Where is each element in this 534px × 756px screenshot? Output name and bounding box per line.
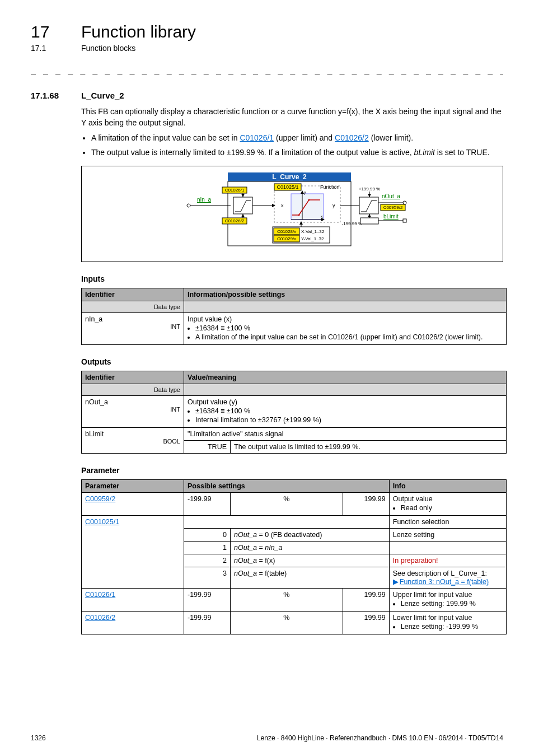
c00959-unit: %: [231, 493, 343, 516]
subsection-title: Function blocks: [81, 44, 135, 53]
bullet-1: A limitation of the input value can be s…: [91, 132, 503, 143]
diagram-y-label: y: [332, 203, 335, 208]
diagram-c01026-2: C01026/2: [225, 218, 245, 223]
link-function3[interactable]: Function 3: nOut_a = f(table): [400, 578, 489, 586]
output2-id: bLimit: [85, 430, 104, 438]
c01026-1-max: 199.99: [343, 589, 389, 612]
diagram-plot-y: y: [304, 190, 306, 195]
c00959-info-b1: Read only: [401, 504, 503, 512]
diagram-blimit: bLimit: [383, 213, 399, 220]
output1-b2: Internal limitation to ±32767 (±199.99 %…: [195, 416, 503, 424]
opt0-num: 0: [184, 529, 231, 542]
col-info-settings: Information/possible settings: [184, 288, 507, 301]
opt1-var: nOut_a: [234, 544, 257, 552]
c01026-2-min: -199.99: [184, 612, 231, 634]
intro-paragraph: This FB can optionally display a charact…: [81, 106, 503, 129]
input-desc-b2: A limitation of the input value can be s…: [195, 333, 503, 341]
diagram-x-label: x: [281, 203, 284, 208]
opt0-info: Lenze setting: [389, 529, 506, 542]
divider-dashes: _ _ _ _ _ _ _ _ _ _ _ _ _ _ _ _ _ _ _ _ …: [31, 65, 503, 75]
diagram-c01028: C01028/x: [277, 229, 296, 234]
bullet-2-blimit: bLimit: [414, 148, 435, 157]
opt1-rest: =: [257, 544, 265, 552]
bullet-1-mid: (upper limit) and: [274, 133, 335, 142]
c001025-info: Function selection: [389, 516, 506, 529]
opt0-var: nOut_a: [234, 531, 257, 539]
diagram-plus199: +199.99 %: [359, 186, 380, 192]
output1-id: nOut_a: [85, 398, 108, 406]
output1-line1: Output value (y): [188, 398, 237, 406]
col-identifier: Identifier: [82, 288, 184, 301]
input-row: nIn_a INT: [82, 313, 184, 345]
bullet-2: The output value is internally limited t…: [91, 147, 503, 158]
inputs-heading: Inputs: [81, 274, 503, 283]
c01026-1-unit: %: [231, 589, 343, 612]
svg-rect-4: [291, 194, 324, 220]
opt3-rest: = f(table): [257, 570, 287, 577]
input-desc-b1: ±16384 ≡ ±100 %: [195, 324, 503, 332]
link-param-c01026-1[interactable]: C01026/1: [85, 591, 115, 599]
opt3-var: nOut_a: [234, 570, 257, 577]
output2-true-text: The output value is limited to ±199.99 %…: [231, 441, 507, 454]
svg-rect-32: [360, 218, 378, 224]
block-diagram-svg: L_Curve_2 C01025/1 Function x y y x: [158, 169, 427, 259]
input-id: nIn_a: [85, 315, 102, 323]
input-dt: INT: [85, 323, 180, 330]
diagram-minus199: -199.99 %: [342, 221, 362, 226]
link-c001025-1[interactable]: C001025/1: [85, 518, 119, 526]
output2-dt: BOOL: [85, 438, 180, 445]
c01026-2-unit: %: [231, 612, 343, 634]
c01026-2-info-l1: Lower limit for input value: [393, 614, 472, 622]
diagram-yval: Y-Val_1..32: [301, 236, 324, 241]
c01026-2-max: 199.99: [343, 612, 389, 634]
chapter-title: Function library: [81, 22, 196, 41]
c00959-max: 199.99: [343, 493, 389, 516]
svg-point-35: [403, 201, 406, 204]
link-c01026-1[interactable]: C01026/1: [240, 133, 274, 142]
link-param-c01026-2[interactable]: C01026/2: [85, 614, 115, 622]
opt3-info-l1: See description of L_Curve_1:: [393, 570, 487, 577]
opt2-rest: = f(x): [257, 557, 275, 564]
diagram-c01025: C01025/1: [277, 184, 298, 190]
output-row-1: nOut_a INT: [82, 396, 184, 428]
col-parameter: Parameter: [82, 480, 184, 493]
bullet-1-pre: A limitation of the input value can be s…: [91, 133, 240, 142]
subsection-number: 17.1: [31, 44, 59, 53]
c00959-info-l1: Output value: [393, 495, 433, 503]
page-number: 1326: [31, 734, 46, 742]
opt1-num: 1: [184, 542, 231, 554]
inputs-table: Identifier Information/possible settings…: [81, 288, 507, 345]
output1-b1: ±16384 ≡ ±100 %: [195, 407, 503, 415]
link-c01026-2[interactable]: C01026/2: [335, 133, 369, 142]
opt2-var: nOut_a: [234, 557, 257, 564]
bullet-2-post: is set to TRUE.: [435, 148, 490, 157]
c01026-1-info-l1: Upper limit for input value: [393, 591, 472, 599]
opt0-rest: = 0 (FB deactivated): [257, 531, 322, 539]
output2-line1: "Limitation active" status signal: [184, 428, 507, 441]
col-info: Info: [389, 480, 506, 493]
diagram-c00959: C00959/2: [383, 205, 403, 210]
output-row-2: bLimit BOOL: [82, 428, 184, 454]
c01026-1-min: -199.99: [184, 589, 231, 612]
col-value-meaning: Value/meaning: [184, 371, 507, 384]
diagram-plot-x: x: [321, 214, 323, 218]
opt3-num: 3: [184, 567, 231, 589]
diagram-title: L_Curve_2: [272, 173, 307, 181]
link-c00959-2[interactable]: C00959/2: [85, 495, 115, 503]
diagram-nin: nIn_a: [197, 197, 211, 203]
outputs-heading: Outputs: [81, 357, 503, 366]
parameter-table: Parameter Possible settings Info C00959/…: [81, 479, 507, 634]
svg-rect-38: [403, 219, 406, 222]
triangle-icon: ▶: [393, 578, 399, 586]
svg-marker-29: [368, 194, 371, 197]
bullet-1-post: (lower limit).: [369, 133, 413, 142]
svg-point-10: [308, 199, 310, 201]
parameter-heading: Parameter: [81, 466, 503, 475]
diagram-c01029: C01029/x: [277, 236, 296, 241]
c00959-min: -199.99: [184, 493, 231, 516]
svg-point-9: [298, 214, 300, 216]
bullet-2-pre: The output value is internally limited t…: [91, 148, 414, 157]
col-datatype-out: Data type: [82, 384, 184, 396]
diagram-xval: X-Val_1..32: [301, 229, 325, 234]
c01026-2-info-b1: Lenze setting: -199.99 %: [401, 623, 503, 631]
